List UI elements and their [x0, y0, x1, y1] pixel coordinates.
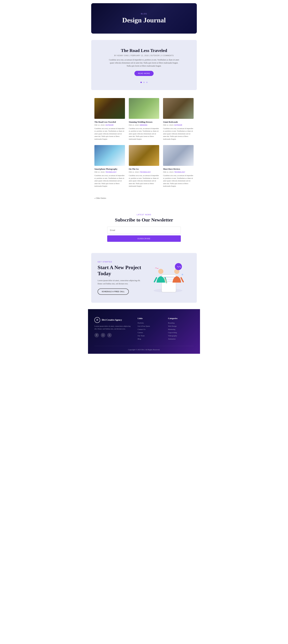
footer-category-item[interactable]: Videography [168, 335, 194, 337]
newsletter-section: LATEST NEWS Subscribe to Our Newsletter … [88, 206, 200, 250]
footer-link-item[interactable]: Careers [138, 332, 163, 334]
footer-bottom: Copyright © 2023 Divi. All Rights Reserv… [94, 346, 194, 350]
post-image [94, 98, 125, 119]
post-title: Stunning Wedding Dresses [129, 121, 159, 123]
post-meta: FEB 12, 2018 | TECHNOLOGY [129, 171, 159, 173]
hero-section: BLOG Design Journal [91, 3, 197, 34]
footer-link-item[interactable]: Get A Free Quote [138, 325, 163, 327]
email-input[interactable] [107, 226, 181, 234]
footer-category-item[interactable]: Copywriting [168, 332, 194, 334]
post-date: FEB 12, 2018 | [94, 171, 106, 173]
post-meta: FEB 12, 2018 | TECHNOLOGY [94, 171, 125, 173]
footer-brand-col: D Divi Creative Agency Lorem ipsum dolor… [94, 317, 133, 341]
dot-2[interactable] [143, 82, 145, 83]
read-more-button[interactable]: READ MORE [134, 71, 154, 76]
cta-content: GET STARTED Start A New Project Today Lo… [98, 261, 142, 295]
footer-category-item[interactable]: Web Design [168, 325, 194, 327]
newsletter-label: LATEST NEWS [94, 214, 194, 216]
footer-category-item[interactable]: Animation [168, 338, 194, 340]
footer-link-item[interactable]: Portfolio [138, 322, 163, 324]
post-image [163, 145, 194, 166]
footer-categories-col: Categories BrandingWeb DesignMarketingCo… [168, 317, 194, 341]
post-date: FEB 12, 2018 | [129, 171, 140, 173]
social-icons: f t i [94, 333, 133, 338]
newsletter-title: Subscribe to Our Newsletter [94, 217, 194, 222]
instagram-icon[interactable]: i [107, 333, 112, 338]
blog-grid-section: The Road Less TraveledFEB 12, 2018 | OUT… [88, 93, 200, 197]
subscribe-button[interactable]: SUBSCRIBE [107, 236, 181, 242]
post-excerpt: Curabitur arcu erat, accumsan id imperdi… [129, 127, 159, 140]
featured-meta: BY KENNY SING | FEBRUARY 12, 2018 | OUTD… [98, 55, 190, 56]
post-excerpt: Curabitur arcu erat, accumsan id imperdi… [129, 174, 159, 188]
svg-text:∿∿: ∿∿ [177, 265, 181, 268]
footer-category-item[interactable]: Marketing [168, 328, 194, 330]
post-category: TECHNOLOGY [174, 171, 185, 173]
footer-brand: D Divi Creative Agency [94, 317, 133, 323]
dot-1[interactable] [140, 82, 142, 83]
older-entries-link[interactable]: « Older Entries [94, 197, 106, 199]
cta-label: GET STARTED [98, 261, 142, 263]
copyright-text: Copyright © 2023 Divi. All Rights Reserv… [128, 349, 160, 350]
post-category: OUTDOOR [106, 124, 114, 126]
blog-card: Must Have DevicesFEB 12, 2018 | TECHNOLO… [163, 145, 194, 188]
svg-line-10 [181, 278, 183, 282]
post-title: Must Have Devices [163, 168, 194, 170]
post-meta: FEB 12, 2018 | OUTDOOR [94, 124, 125, 126]
footer-logo: D [94, 317, 100, 323]
post-excerpt: Curabitur arcu erat, accumsan id imperdi… [94, 127, 125, 140]
post-date: FEB 12, 2018 | [94, 124, 106, 126]
blog-card: The Road Less TraveledFEB 12, 2018 | OUT… [94, 98, 125, 140]
blog-card: On The GoFEB 12, 2018 | TECHNOLOGYCurabi… [129, 145, 159, 188]
footer-links-title: Links [138, 317, 163, 320]
svg-line-6 [154, 278, 156, 282]
featured-title: The Road Less Traveled [98, 48, 190, 53]
newsletter-form: SUBSCRIBE [107, 226, 181, 242]
post-image [163, 98, 194, 119]
post-title: On The Go [129, 168, 159, 170]
cta-section: GET STARTED Start A New Project Today Lo… [91, 253, 197, 303]
schedule-call-button[interactable]: SCHEDULE A FREE CALL [98, 288, 129, 295]
footer-top: D Divi Creative Agency Lorem ipsum dolor… [94, 317, 194, 341]
post-meta: FEB 13, 2018 | WEDDING [129, 124, 159, 126]
footer-section: D Divi Creative Agency Lorem ipsum dolor… [88, 309, 200, 354]
post-date: FEB 12, 2018 | [163, 124, 174, 126]
blog-card: Giant RedwoodsFEB 12, 2018 | OUTDOORCura… [163, 98, 194, 140]
svg-point-14 [182, 274, 183, 276]
post-excerpt: Curabitur arcu erat, accumsan id imperdi… [163, 174, 194, 188]
post-image [129, 98, 159, 119]
footer-link-item[interactable]: Contact Us [138, 328, 163, 330]
footer-links-col: Links PortfolioGet A Free QuoteContact U… [138, 317, 163, 341]
older-entries[interactable]: « Older Entries [88, 197, 200, 202]
footer-link-item[interactable]: Our Team [138, 335, 163, 337]
post-category: TECHNOLOGY [106, 171, 117, 173]
post-excerpt: Curabitur arcu erat, accumsan id imperdi… [163, 127, 194, 140]
cta-text: Lorem ipsum dolor sit amet, consectetur … [98, 279, 142, 285]
footer-brand-name: Divi Creative Agency [102, 319, 122, 321]
hero-label: BLOG [98, 13, 190, 15]
post-category: OUTDOOR [174, 124, 182, 126]
featured-excerpt: Curabitur arcu erat, accumsan id imperdi… [108, 58, 180, 68]
post-meta: FEB 12, 2018 | TECHNOLOGY [163, 171, 194, 173]
post-category: WEDDING [140, 124, 148, 126]
post-title: Smartphone Photography [94, 168, 125, 170]
twitter-icon[interactable]: t [101, 333, 105, 338]
post-date: FEB 12, 2018 | [163, 171, 174, 173]
cta-illustration: ∿∿ [146, 262, 190, 294]
post-title: Giant Redwoods [163, 121, 194, 123]
facebook-icon[interactable]: f [94, 333, 99, 338]
post-category: TECHNOLOGY [140, 171, 151, 173]
footer-link-item[interactable]: Blog [138, 338, 163, 340]
post-image [94, 145, 125, 166]
post-excerpt: Curabitur arcu erat, accumsan id imperdi… [94, 174, 125, 188]
illustration-svg: ∿∿ [150, 262, 186, 294]
post-meta: FEB 12, 2018 | OUTDOOR [163, 124, 194, 126]
blog-card: Stunning Wedding DressesFEB 13, 2018 | W… [129, 98, 159, 140]
dot-3[interactable] [146, 82, 148, 83]
blog-card: Smartphone PhotographyFEB 12, 2018 | TEC… [94, 145, 125, 188]
slider-dots [98, 81, 190, 84]
blog-grid-row1: The Road Less TraveledFEB 12, 2018 | OUT… [94, 98, 194, 140]
footer-category-item[interactable]: Branding [168, 322, 194, 324]
hero-title: Design Journal [98, 16, 190, 24]
featured-section: The Road Less Traveled BY KENNY SING | F… [91, 40, 197, 90]
post-title: The Road Less Traveled [94, 121, 125, 123]
